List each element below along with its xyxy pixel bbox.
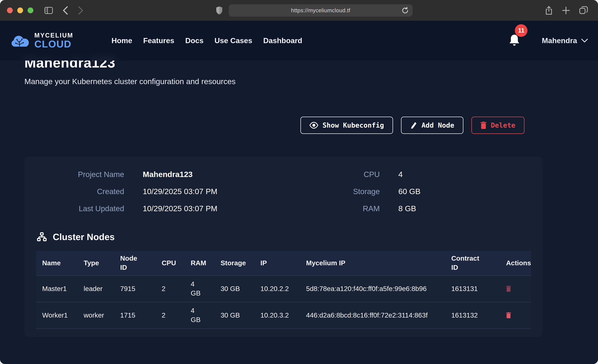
browser-window: https://myceliumcloud.tf	[0, 0, 598, 364]
logo-text-mycelium: MYCELIUM	[34, 32, 73, 39]
cell-mycelium-ip: 446:d2a6:8bcd:8c16:ff0f:72e2:3114:863f	[300, 308, 445, 323]
cell-type: leader	[78, 281, 114, 296]
nav-link-docs[interactable]: Docs	[185, 36, 203, 45]
cell-name: Master1	[36, 281, 78, 296]
share-icon[interactable]	[545, 6, 553, 15]
pencil-icon	[410, 121, 417, 129]
column-header-mycelium-ip: Mycelium IP	[300, 256, 445, 271]
user-name: Mahendra	[542, 36, 577, 45]
info-right-label: Storage	[305, 187, 380, 196]
info-right-value: 4	[380, 170, 542, 179]
cluster-nodes-title: Cluster Nodes	[53, 232, 115, 242]
info-right-value: 8 GB	[380, 204, 542, 213]
delete-cluster-button[interactable]: Delete	[471, 117, 524, 134]
traffic-lights	[7, 8, 33, 13]
column-header-name: Name	[36, 256, 78, 271]
user-menu[interactable]: Mahendra	[542, 36, 588, 45]
info-left-value: 10/29/2025 03:07 PM	[124, 187, 305, 196]
mycelium-cloud-logo[interactable]: MYCELIUM CLOUD	[10, 32, 73, 49]
column-header-contract-id: Contract ID	[445, 251, 500, 275]
cell-actions	[500, 282, 531, 295]
info-left-value: 10/29/2025 03:07 PM	[124, 204, 305, 213]
delete-node-button[interactable]	[506, 286, 511, 292]
cell-node-id: 7915	[114, 281, 156, 296]
page-viewport: Mahendra123 Manage your Kubernetes clust…	[0, 21, 598, 364]
table-row: Worker1worker171524 GB30 GB10.20.3.2446:…	[36, 302, 531, 329]
cell-actions	[500, 309, 531, 321]
show-kubeconfig-label: Show Kubeconfig	[323, 121, 384, 129]
address-bar[interactable]: https://myceliumcloud.tf	[229, 4, 413, 17]
cell-cpu: 2	[156, 308, 185, 323]
forward-button[interactable]	[78, 6, 83, 15]
info-right-label: CPU	[305, 170, 380, 179]
column-header-type: Type	[78, 256, 114, 271]
delete-node-button[interactable]	[506, 312, 511, 318]
cell-storage: 30 GB	[215, 308, 254, 323]
cell-contract-id: 1613131	[445, 281, 500, 296]
table-row: Master1leader791524 GB30 GB10.20.2.25d8:…	[36, 276, 531, 302]
nav-link-features[interactable]: Features	[143, 36, 174, 45]
add-node-button[interactable]: Add Node	[401, 117, 463, 134]
cell-name: Worker1	[36, 308, 78, 323]
column-header-ip: IP	[254, 256, 300, 271]
cell-ip: 10.20.3.2	[254, 308, 300, 323]
back-button[interactable]	[63, 6, 68, 15]
cluster-details-card: Project NameMahendra123CPU4Created10/29/…	[25, 157, 542, 337]
cell-node-id: 1715	[114, 308, 156, 323]
page-subtitle: Manage your Kubernetes cluster configura…	[25, 77, 598, 86]
nav-links: HomeFeaturesDocsUse CasesDashboard	[112, 36, 302, 45]
cell-storage: 30 GB	[215, 281, 254, 296]
site-navbar: MYCELIUM CLOUD HomeFeaturesDocsUse Cases…	[0, 21, 598, 61]
info-left-value: Mahendra123	[124, 170, 305, 179]
shield-icon	[216, 6, 223, 15]
cell-ram: 4 GB	[185, 277, 215, 301]
cell-type: worker	[78, 308, 114, 323]
info-left-label: Created	[25, 187, 124, 196]
nav-link-use-cases[interactable]: Use Cases	[215, 36, 252, 45]
reload-icon[interactable]	[401, 7, 409, 14]
project-info: Project NameMahendra123CPU4Created10/29/…	[25, 170, 542, 213]
zoom-window-button[interactable]	[28, 8, 33, 13]
cell-ram: 4 GB	[185, 303, 215, 328]
table-header-row: NameTypeNode IDCPURAMStorageIPMycelium I…	[36, 251, 531, 276]
notifications-button[interactable]: 11	[508, 33, 522, 49]
cloud-logo-icon	[10, 33, 31, 48]
cell-mycelium-ip: 5d8:78ea:a120:f40c:ff0f:a5fe:99e6:8b96	[300, 281, 445, 296]
show-kubeconfig-button[interactable]: Show Kubeconfig	[300, 117, 393, 134]
column-header-cpu: CPU	[156, 256, 185, 271]
tab-overview-icon[interactable]	[579, 6, 588, 15]
column-header-node-id: Node ID	[114, 251, 156, 275]
new-tab-icon[interactable]	[562, 6, 570, 15]
info-left-label: Project Name	[25, 170, 124, 179]
info-right-value: 60 GB	[380, 187, 542, 196]
cluster-actions: Show Kubeconfig Add Node Delete	[0, 117, 524, 134]
cell-cpu: 2	[156, 281, 185, 296]
notification-badge: 11	[515, 24, 527, 37]
trash-icon	[481, 122, 486, 129]
add-node-label: Add Node	[421, 121, 454, 129]
browser-toolbar: https://myceliumcloud.tf	[0, 0, 598, 21]
column-header-actions: Actions	[500, 256, 531, 271]
cluster-nodes-header: Cluster Nodes	[36, 232, 542, 242]
eye-icon	[309, 122, 318, 129]
info-left-label: Last Updated	[25, 204, 124, 213]
cell-ip: 10.20.2.2	[254, 281, 300, 296]
column-header-ram: RAM	[185, 256, 215, 271]
delete-label: Delete	[491, 121, 515, 129]
column-header-storage: Storage	[215, 256, 254, 271]
logo-text-cloud: CLOUD	[34, 39, 73, 49]
sidebar-toggle-icon[interactable]	[44, 7, 53, 14]
url-text: https://myceliumcloud.tf	[291, 7, 350, 14]
close-window-button[interactable]	[7, 8, 13, 13]
nav-link-home[interactable]: Home	[112, 36, 132, 45]
chevron-down-icon	[581, 39, 588, 43]
info-right-label: RAM	[305, 204, 380, 213]
nav-link-dashboard[interactable]: Dashboard	[263, 36, 302, 45]
nodes-table: NameTypeNode IDCPURAMStorageIPMycelium I…	[36, 251, 531, 329]
network-hierarchy-icon	[36, 232, 48, 242]
minimize-window-button[interactable]	[17, 8, 23, 13]
cell-contract-id: 1613132	[445, 308, 500, 323]
main-content: Mahendra123 Manage your Kubernetes clust…	[0, 21, 598, 364]
